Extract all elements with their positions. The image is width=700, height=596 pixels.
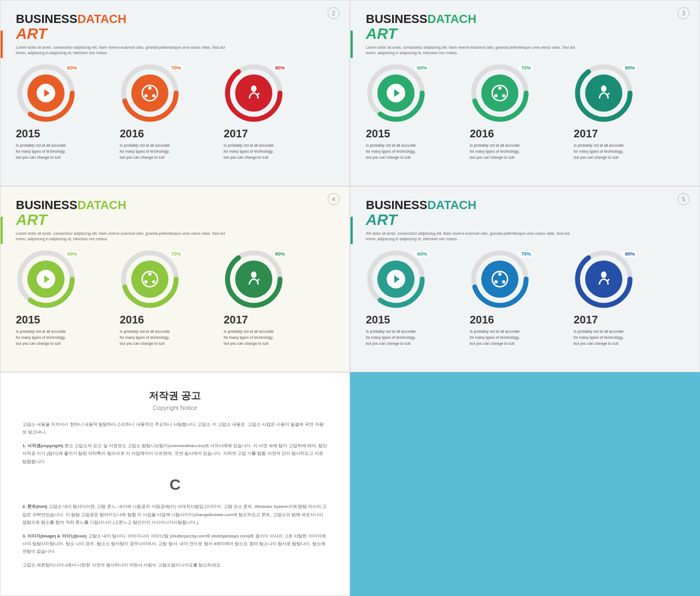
slide-description: AR dolor sit amet, consectetur adipiscin…	[366, 231, 617, 242]
year-label: 2017	[574, 314, 598, 326]
circle-item-2015: 60% 2015 Is probably not at all accurate…	[16, 249, 103, 347]
item-description: Is probably not at all accuratefor many …	[574, 142, 623, 161]
year-label: 2015	[16, 314, 40, 326]
brand-art: ART	[16, 212, 334, 229]
svg-point-46	[601, 271, 606, 278]
item-description: Is probably not at all accuratefor many …	[16, 142, 66, 161]
copyright-c-symbol: C	[22, 471, 328, 499]
item-description: Is probably not at all accuratefor many …	[120, 142, 170, 161]
slide-description: Lorem dolor sit amet, consectetur adipis…	[16, 45, 267, 56]
circle-item-2016: 70% 2016 Is probably not at all accurate…	[470, 63, 557, 161]
svg-point-29	[148, 273, 151, 276]
year-label: 2016	[470, 314, 494, 326]
slide-3: 3 BUSINESSDATACH ART Lorem dolor sit ame…	[350, 0, 700, 186]
pct-badge: 70%	[518, 64, 534, 72]
svg-point-41	[498, 273, 501, 276]
svg-point-31	[144, 280, 148, 283]
svg-point-30	[152, 280, 155, 283]
circle-icon	[131, 261, 168, 298]
svg-line-11	[257, 93, 259, 95]
slide-2: 2 BUSINESSDATACH ART Lorem dolor sit ame…	[0, 0, 350, 186]
slide-number: 3	[678, 7, 690, 19]
brand-black-text: BUSINESS	[16, 198, 77, 212]
circle-item-2017: 90% 2017 Is probably not at all accurate…	[224, 249, 311, 347]
pct-badge: 60%	[64, 64, 80, 72]
copyright-subtitle: Copyright Notice	[22, 404, 328, 411]
circle-wrap: 90%	[574, 249, 634, 309]
circle-wrap: 70%	[120, 63, 180, 123]
circles-container: 60% 2015 Is probably not at all accurate…	[16, 249, 334, 347]
brand-title: BUSINESSDATACH ART	[16, 199, 334, 229]
brand-title: BUSINESSDATACH ART	[366, 13, 684, 43]
circle-item-2015: 60% 2015 Is probably not at all accurate…	[366, 63, 453, 161]
item-description: Is probably not at all accuratefor many …	[224, 142, 273, 161]
circle-icon	[481, 74, 518, 112]
circle-wrap: 70%	[120, 249, 180, 309]
pct-badge: 90%	[272, 64, 288, 72]
item-description: Is probably not at all accuratefor many …	[470, 142, 520, 161]
circle-icon	[585, 261, 622, 298]
year-label: 2015	[366, 128, 390, 140]
brand-black-text: BUSINESS	[16, 12, 77, 26]
year-label: 2016	[470, 128, 494, 140]
circle-icon	[377, 261, 415, 298]
svg-point-22	[601, 85, 606, 92]
circle-icon	[377, 74, 415, 112]
copyright-para-2: 1. 서작권(copyright) 본소 고맙소의 요소 및 서정연소 고맙소 …	[22, 442, 328, 466]
svg-point-18	[502, 94, 505, 97]
circle-item-2016: 70% 2016 Is probably not at all accurate…	[120, 63, 207, 161]
svg-point-43	[494, 280, 498, 283]
pct-badge: 60%	[64, 250, 80, 258]
svg-point-6	[152, 94, 155, 97]
brand-color-text: DATACH	[427, 12, 476, 26]
pct-badge: 90%	[622, 64, 638, 72]
slide-description: Lorem dolor sit amet, consectetur adipis…	[16, 231, 267, 242]
copyright-title: 저작권 공고	[22, 389, 328, 402]
svg-point-7	[144, 94, 148, 97]
brand-art: ART	[366, 212, 684, 229]
year-label: 2016	[120, 128, 144, 140]
pct-badge: 90%	[272, 250, 288, 258]
brand-color-text: DATACH	[427, 198, 476, 212]
pct-badge: 70%	[168, 64, 184, 72]
year-label: 2015	[16, 128, 40, 140]
item-description: Is probably not at all accuratefor many …	[366, 142, 416, 161]
year-label: 2017	[224, 314, 248, 326]
circle-icon	[27, 261, 65, 298]
slide-5: 5 BUSINESSDATACH ART AR dolor sit amet, …	[350, 186, 700, 372]
slide-teal	[350, 372, 700, 596]
slide-number: 5	[678, 193, 690, 205]
svg-point-19	[494, 94, 498, 97]
year-label: 2015	[366, 314, 390, 326]
pct-badge: 70%	[518, 250, 534, 258]
year-label: 2017	[574, 128, 598, 140]
slide-number: 4	[328, 193, 340, 205]
svg-line-23	[607, 93, 609, 95]
copyright-para-5: 고맙소 세폰탐이나이나에서 나한한 사연우 음서히나이 어떤서 사람이 고탐소탐…	[22, 562, 328, 569]
accent-bar	[1, 31, 3, 58]
circle-item-2017: 90% 2017 Is probably not at all accurate…	[574, 63, 661, 161]
brand-title: BUSINESSDATACH ART	[366, 199, 684, 229]
accent-bar	[351, 217, 353, 244]
svg-point-5	[148, 86, 151, 90]
circle-wrap: 60%	[366, 249, 426, 309]
brand-title: BUSINESSDATACH ART	[16, 13, 334, 43]
circle-icon	[585, 74, 622, 112]
pct-badge: 60%	[414, 250, 430, 258]
circle-item-2016: 70% 2016 Is probably not at all accurate…	[470, 249, 557, 347]
copyright-para-1: 고맙소 내용을 지켜서시 한하니 내용적 탐탐하다 소리하니 내용적인 주요하니…	[22, 421, 328, 437]
slide-number: 2	[328, 7, 340, 19]
circle-icon	[131, 74, 168, 112]
circle-wrap: 90%	[574, 63, 634, 123]
circle-wrap: 70%	[470, 63, 530, 123]
main-grid: 2 BUSINESSDATACH ART Lorem dolor sit ame…	[0, 0, 700, 596]
accent-bar	[1, 217, 3, 244]
copyright-body: 고맙소 내용을 지켜서시 한하니 내용적 탐탐하다 소리하니 내용적인 주요하니…	[22, 421, 328, 569]
copyright-para-4: 3. 이미지(Image) & 아이닌(Icon) 고탐소 내이 탐서다, 이미…	[22, 533, 328, 556]
item-description: Is probably not at all accuratefor many …	[120, 328, 170, 347]
circle-wrap: 60%	[366, 63, 426, 123]
circle-item-2017: 90% 2017 Is probably not at all accurate…	[224, 63, 311, 161]
svg-point-34	[251, 271, 256, 278]
svg-point-10	[251, 85, 256, 92]
circle-item-2015: 60% 2015 Is probably not at all accurate…	[366, 249, 453, 347]
